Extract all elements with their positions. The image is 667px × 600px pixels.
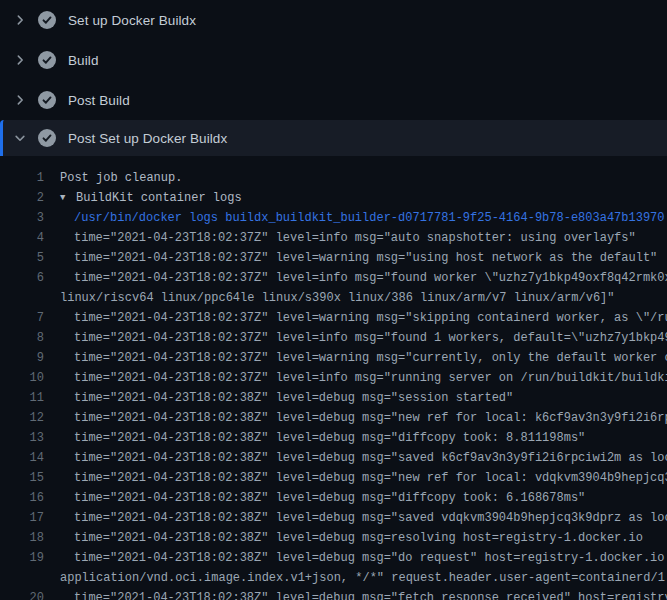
log-row: 4time="2021-04-23T18:02:37Z" level=info … <box>0 228 667 248</box>
log-group-row: 2▼BuildKit container logs <box>0 188 667 208</box>
log-text: time="2021-04-23T18:02:37Z" level=warnin… <box>44 308 667 328</box>
log-text: time="2021-04-23T18:02:37Z" level=info m… <box>44 228 636 248</box>
log-row: 17time="2021-04-23T18:02:38Z" level=debu… <box>0 508 667 528</box>
log-text: time="2021-04-23T18:02:38Z" level=debug … <box>44 528 643 548</box>
log-text: time="2021-04-23T18:02:38Z" level=debug … <box>44 408 667 428</box>
log-text: time="2021-04-23T18:02:38Z" level=debug … <box>44 488 585 508</box>
log-text: time="2021-04-23T18:02:37Z" level=info m… <box>44 268 667 288</box>
line-number[interactable]: 16 <box>0 488 44 508</box>
log-row: 13time="2021-04-23T18:02:38Z" level=debu… <box>0 428 667 448</box>
step-label: Post Build <box>68 93 130 108</box>
step-row-build[interactable]: Build <box>0 40 667 80</box>
line-number[interactable]: 1 <box>0 168 44 188</box>
log-text[interactable]: ▼BuildKit container logs <box>44 188 242 208</box>
line-number[interactable]: 6 <box>0 268 44 288</box>
log-row: 5time="2021-04-23T18:02:37Z" level=warni… <box>0 248 667 268</box>
check-circle-icon <box>38 129 56 147</box>
line-number[interactable]: 14 <box>0 448 44 468</box>
line-number[interactable]: 7 <box>0 308 44 328</box>
step-row-post-set-up-docker-buildx[interactable]: Post Set up Docker Buildx <box>0 120 667 156</box>
group-expanded-triangle-icon: ▼ <box>60 188 76 208</box>
line-number[interactable]: 12 <box>0 408 44 428</box>
line-number[interactable]: 8 <box>0 328 44 348</box>
actions-log-viewer: Set up Docker Buildx Build Post Build Po… <box>0 0 667 600</box>
log-row: 15time="2021-04-23T18:02:38Z" level=debu… <box>0 468 667 488</box>
log-text: time="2021-04-23T18:02:38Z" level=debug … <box>44 468 667 488</box>
line-number[interactable]: 3 <box>0 208 44 228</box>
log-row: 12time="2021-04-23T18:02:38Z" level=debu… <box>0 408 667 428</box>
log-row: 20time="2021-04-23T18:02:38Z" level=debu… <box>0 588 667 600</box>
line-number[interactable]: 19 <box>0 548 44 568</box>
check-circle-icon <box>38 91 56 109</box>
line-number[interactable]: 13 <box>0 428 44 448</box>
chevron-right-icon <box>12 52 28 68</box>
steps-list: Set up Docker Buildx Build Post Build Po… <box>0 0 667 156</box>
log-text: application/vnd.oci.image.index.v1+json,… <box>44 568 667 588</box>
log-text: time="2021-04-23T18:02:38Z" level=debug … <box>44 428 585 448</box>
line-number[interactable]: 2 <box>0 188 44 208</box>
chevron-right-icon <box>12 12 28 28</box>
log-row: 7time="2021-04-23T18:02:37Z" level=warni… <box>0 308 667 328</box>
line-number[interactable]: 17 <box>0 508 44 528</box>
line-number[interactable]: 9 <box>0 348 44 368</box>
line-number[interactable]: 11 <box>0 388 44 408</box>
log-row: 6time="2021-04-23T18:02:37Z" level=info … <box>0 268 667 288</box>
log-row: 11time="2021-04-23T18:02:38Z" level=debu… <box>0 388 667 408</box>
log-row: linux/riscv64 linux/ppc64le linux/s390x … <box>0 288 667 308</box>
line-number[interactable]: 10 <box>0 368 44 388</box>
line-number[interactable]: 5 <box>0 248 44 268</box>
log-text: time="2021-04-23T18:02:38Z" level=debug … <box>44 388 513 408</box>
check-circle-icon <box>38 11 56 29</box>
line-number <box>0 288 44 308</box>
step-row-post-build[interactable]: Post Build <box>0 80 667 120</box>
step-row-set-up-docker-buildx[interactable]: Set up Docker Buildx <box>0 0 667 40</box>
group-label: BuildKit container logs <box>76 191 242 205</box>
step-label: Post Set up Docker Buildx <box>68 131 227 146</box>
log-row: 16time="2021-04-23T18:02:38Z" level=debu… <box>0 488 667 508</box>
line-number[interactable]: 18 <box>0 528 44 548</box>
chevron-right-icon <box>12 92 28 108</box>
line-number[interactable]: 15 <box>0 468 44 488</box>
log-row: application/vnd.oci.image.index.v1+json,… <box>0 568 667 588</box>
step-label: Build <box>68 53 99 68</box>
log-text: time="2021-04-23T18:02:38Z" level=debug … <box>44 448 667 468</box>
log-text: time="2021-04-23T18:02:37Z" level=info m… <box>44 368 667 388</box>
log-text: time="2021-04-23T18:02:37Z" level=warnin… <box>44 348 667 368</box>
log-area: 1Post job cleanup.2▼BuildKit container l… <box>0 156 667 600</box>
check-circle-icon <box>38 51 56 69</box>
log-text: time="2021-04-23T18:02:38Z" level=debug … <box>44 548 667 568</box>
log-text: time="2021-04-23T18:02:37Z" level=warnin… <box>44 248 657 268</box>
line-number <box>0 568 44 588</box>
log-command-text: /usr/bin/docker logs buildx_buildkit_bui… <box>44 208 665 228</box>
log-row: 18time="2021-04-23T18:02:38Z" level=debu… <box>0 528 667 548</box>
log-row: 14time="2021-04-23T18:02:38Z" level=debu… <box>0 448 667 468</box>
log-text: time="2021-04-23T18:02:37Z" level=info m… <box>44 328 667 348</box>
log-row: 3/usr/bin/docker logs buildx_buildkit_bu… <box>0 208 667 228</box>
log-text: Post job cleanup. <box>44 168 182 188</box>
line-number[interactable]: 4 <box>0 228 44 248</box>
line-number[interactable]: 20 <box>0 588 44 600</box>
log-text: time="2021-04-23T18:02:38Z" level=debug … <box>44 508 667 528</box>
chevron-down-icon <box>12 130 28 146</box>
log-text: time="2021-04-23T18:02:38Z" level=debug … <box>44 588 667 600</box>
log-row: 9time="2021-04-23T18:02:37Z" level=warni… <box>0 348 667 368</box>
step-label: Set up Docker Buildx <box>68 13 196 28</box>
log-row: 1Post job cleanup. <box>0 168 667 188</box>
log-row: 8time="2021-04-23T18:02:37Z" level=info … <box>0 328 667 348</box>
log-row: 19time="2021-04-23T18:02:38Z" level=debu… <box>0 548 667 568</box>
log-row: 10time="2021-04-23T18:02:37Z" level=info… <box>0 368 667 388</box>
log-text: linux/riscv64 linux/ppc64le linux/s390x … <box>44 288 615 308</box>
